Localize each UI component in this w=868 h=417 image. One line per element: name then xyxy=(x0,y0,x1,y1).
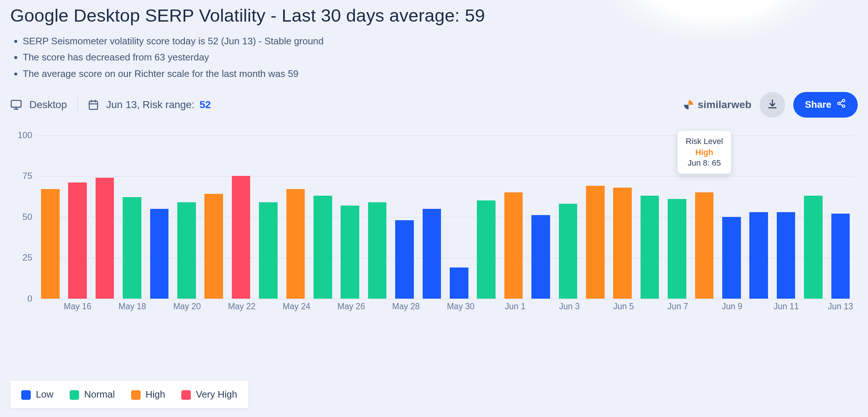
similarweb-logo: similarweb xyxy=(683,99,752,111)
bar-slot[interactable] xyxy=(500,135,527,299)
bar-slot[interactable] xyxy=(118,135,145,299)
bar-slot[interactable] xyxy=(418,135,445,299)
desktop-icon xyxy=(10,99,22,111)
bar-slot[interactable] xyxy=(309,135,336,299)
y-tick-label: 75 xyxy=(12,171,32,181)
bar-slot[interactable] xyxy=(146,135,173,299)
bar-slot[interactable] xyxy=(636,135,663,299)
x-tick-label xyxy=(529,302,556,321)
bar-slot[interactable] xyxy=(37,135,64,299)
bar-slot[interactable] xyxy=(445,135,472,299)
bar-slot[interactable] xyxy=(800,135,827,299)
download-icon xyxy=(767,99,778,111)
risk-value: 52 xyxy=(200,99,211,110)
bar xyxy=(831,214,850,299)
swatch-high xyxy=(131,390,141,400)
bar-slot[interactable] xyxy=(391,135,418,299)
x-tick-label: Jun 3 xyxy=(556,302,583,321)
y-tick-label: 50 xyxy=(12,212,32,222)
bar-slot[interactable] xyxy=(772,135,800,299)
y-tick-label: 25 xyxy=(12,252,32,263)
bar-slot[interactable] xyxy=(227,135,255,299)
x-tick-label: May 18 xyxy=(118,302,146,321)
bar xyxy=(150,209,169,299)
page-title: Google Desktop SERP Volatility - Last 30… xyxy=(10,5,858,26)
bar xyxy=(586,186,605,299)
x-tick-label xyxy=(637,302,664,321)
x-tick-label: Jun 11 xyxy=(773,302,800,321)
bar xyxy=(804,196,823,299)
x-tick-label: May 20 xyxy=(173,302,201,321)
bullet-item: The score has decreased from 63 yesterda… xyxy=(23,49,858,65)
x-tick-label xyxy=(37,302,64,321)
x-tick-label xyxy=(146,302,173,321)
bar xyxy=(259,202,278,299)
download-button[interactable] xyxy=(760,92,785,118)
separator xyxy=(77,98,78,111)
x-tick-label: Jun 5 xyxy=(610,302,637,321)
bar xyxy=(749,212,768,299)
platform-label[interactable]: Desktop xyxy=(29,99,67,111)
x-tick-label: May 30 xyxy=(447,302,474,321)
date-risk-label: Jun 13, Risk range: xyxy=(106,99,194,110)
bar-slot[interactable] xyxy=(691,135,718,299)
bar-slot[interactable] xyxy=(473,135,500,299)
bar xyxy=(368,202,387,299)
bar-slot[interactable] xyxy=(582,135,609,299)
bar xyxy=(96,178,114,299)
bar xyxy=(123,197,141,299)
summary-bullets: SERP Seismometer volatility score today … xyxy=(10,33,858,82)
x-tick-label xyxy=(800,302,827,321)
gridline xyxy=(37,299,854,299)
bar-slot[interactable] xyxy=(64,135,91,299)
legend-item-normal[interactable]: Normal xyxy=(70,389,115,400)
x-tick-label: Jun 1 xyxy=(502,302,529,321)
bar-slot[interactable] xyxy=(173,135,200,299)
bar-chart: 0255075100May 16May 18May 20May 22May 24… xyxy=(37,130,854,321)
share-button[interactable]: Share xyxy=(793,92,858,118)
x-tick-label xyxy=(475,302,502,321)
bar xyxy=(204,194,223,298)
bar xyxy=(423,209,441,299)
bar-slot[interactable] xyxy=(527,135,554,299)
bar xyxy=(286,189,305,299)
bar xyxy=(341,206,359,299)
bar-slot[interactable] xyxy=(827,135,854,299)
bar-slot[interactable] xyxy=(255,135,282,299)
legend-item-high[interactable]: High xyxy=(131,389,165,400)
share-icon xyxy=(837,99,846,111)
swatch-normal xyxy=(70,390,79,400)
bar-slot[interactable] xyxy=(718,135,745,299)
bar-slot[interactable] xyxy=(200,135,227,299)
bar-slot[interactable] xyxy=(663,135,690,299)
bar xyxy=(450,267,468,299)
x-tick-label: Jun 7 xyxy=(664,302,691,321)
bar-slot[interactable] xyxy=(91,135,118,299)
share-button-label: Share xyxy=(805,99,831,110)
svg-line-11 xyxy=(840,104,842,106)
bar-slot[interactable] xyxy=(282,135,309,299)
bar-slot[interactable] xyxy=(364,135,391,299)
bar-slot[interactable] xyxy=(609,135,636,299)
x-tick-label: May 24 xyxy=(283,302,310,321)
bar xyxy=(695,192,714,299)
svg-rect-0 xyxy=(11,100,21,107)
bar-slot[interactable] xyxy=(336,135,363,299)
x-tick-label xyxy=(691,302,719,321)
bar xyxy=(531,215,550,298)
bar xyxy=(613,188,632,299)
bar-slot[interactable] xyxy=(554,135,582,299)
legend-item-low[interactable]: Low xyxy=(21,389,53,400)
x-tick-label xyxy=(310,302,337,321)
bar xyxy=(777,212,795,299)
x-tick-label: May 22 xyxy=(228,302,255,321)
x-tick-label: Jun 9 xyxy=(719,302,746,321)
legend-item-veryhigh[interactable]: Very High xyxy=(181,389,237,400)
bar-slot[interactable] xyxy=(745,135,772,299)
x-tick-label xyxy=(91,302,118,321)
x-tick-label: May 28 xyxy=(392,302,420,321)
calendar-icon xyxy=(88,99,99,110)
svg-line-10 xyxy=(840,101,842,103)
bar xyxy=(68,182,87,299)
bar xyxy=(41,189,60,299)
